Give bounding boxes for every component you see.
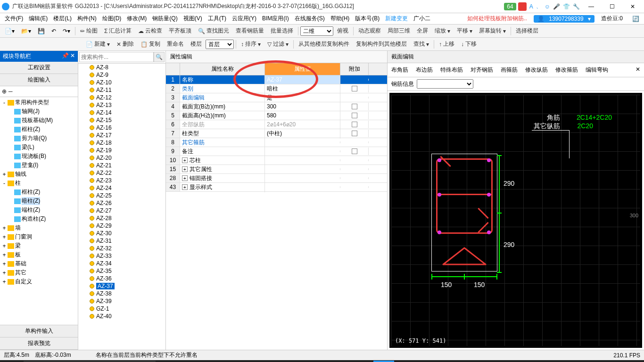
- nav-tool-icon[interactable]: ⊕: [2, 88, 7, 95]
- close-button[interactable]: ✕: [623, 0, 642, 13]
- component-item[interactable]: AZ-34: [78, 260, 165, 267]
- component-item[interactable]: AZ-13: [78, 101, 165, 109]
- tab-modify-long[interactable]: 修改纵筋: [523, 65, 550, 75]
- component-item[interactable]: AZ-12: [78, 94, 165, 101]
- level-button[interactable]: 平齐板顶: [166, 26, 194, 36]
- tree-item[interactable]: +轴线: [1, 170, 77, 179]
- component-item[interactable]: AZ-20: [78, 154, 165, 162]
- component-item[interactable]: AZ-11: [78, 86, 165, 94]
- section-canvas[interactable]: 300 角筋 2C14+2C20 其它纵筋 2C20: [389, 93, 642, 348]
- component-item[interactable]: AZ-14: [78, 109, 165, 116]
- component-item[interactable]: GZ-1: [78, 305, 165, 313]
- tree-item[interactable]: +板: [1, 250, 77, 259]
- component-item[interactable]: AZ-37: [78, 282, 165, 290]
- copy-from-button[interactable]: 从其他楼层复制构件: [296, 39, 352, 49]
- find-button[interactable]: 🔍 查找图元: [195, 26, 232, 36]
- tab-special[interactable]: 特殊布筋: [438, 65, 465, 75]
- component-item[interactable]: AZ-38: [78, 290, 165, 297]
- draw-button[interactable]: ✏ 绘图: [77, 26, 100, 36]
- copy-to-button[interactable]: 复制构件到其他楼层: [353, 39, 410, 49]
- moveup-button[interactable]: ↑ 上移: [436, 39, 457, 49]
- menu-version[interactable]: 版本号(B): [352, 15, 382, 23]
- titlebar-icon[interactable]: 👕: [563, 3, 570, 10]
- cloud-check-button[interactable]: ☁ 云检查: [135, 26, 165, 36]
- component-item[interactable]: AZ-30: [78, 230, 165, 237]
- tree-item[interactable]: 端柱(Z): [1, 206, 77, 214]
- filter-button[interactable]: ▽ 过滤 ▾: [264, 39, 291, 49]
- menu-online[interactable]: 在线服务(S): [292, 15, 328, 23]
- delete-button[interactable]: ✕ 删除: [114, 39, 137, 49]
- tree-item[interactable]: -常用构件类型: [1, 98, 77, 107]
- ime-icon[interactable]: [518, 2, 527, 11]
- property-row[interactable]: 10+芯柱: [166, 156, 387, 165]
- component-item[interactable]: AZ-31: [78, 237, 165, 245]
- component-item[interactable]: AZ-29: [78, 222, 165, 230]
- titlebar-icon[interactable]: 、: [536, 2, 542, 10]
- fullscreen-button[interactable]: 全屏: [414, 26, 431, 36]
- titlebar-icon[interactable]: 🎤: [553, 3, 560, 10]
- component-item[interactable]: AZ-35: [78, 267, 165, 275]
- tree-item[interactable]: +自定义: [1, 277, 77, 286]
- property-row[interactable]: 15+其它属性: [166, 165, 387, 174]
- tree-item[interactable]: 梁(L): [1, 143, 77, 152]
- component-item[interactable]: AZ-21: [78, 162, 165, 169]
- tab-stirrup[interactable]: 画箍筋: [499, 65, 520, 75]
- menu-file[interactable]: 文件(F): [2, 15, 26, 23]
- phone-badge[interactable]: 👤 13907298339 ▾: [534, 15, 594, 23]
- menu-tools[interactable]: 工具(T): [205, 15, 229, 23]
- new-button[interactable]: 📄 新建 ▾: [83, 39, 113, 49]
- search-button[interactable]: 🔍: [154, 52, 165, 62]
- rename-button[interactable]: 重命名: [164, 39, 187, 49]
- nav-single-input[interactable]: 单构件输入: [0, 325, 78, 337]
- menu-cloud[interactable]: 云应用(Y): [229, 15, 259, 23]
- tree-item[interactable]: -柱: [1, 179, 77, 188]
- new-file-icon[interactable]: 📄▾: [2, 27, 17, 35]
- open-icon[interactable]: 📂▾: [18, 27, 34, 35]
- component-item[interactable]: AZ-33: [78, 252, 165, 260]
- component-item[interactable]: AZ-28: [78, 214, 165, 222]
- component-item[interactable]: AZ-36: [78, 275, 165, 282]
- property-row[interactable]: 28+锚固搭接: [166, 174, 387, 183]
- menu-edit[interactable]: 编辑(E): [26, 15, 50, 23]
- pan-button[interactable]: 平移 ▾: [454, 26, 475, 36]
- tree-item[interactable]: 框柱(Z): [1, 125, 77, 134]
- property-row[interactable]: 3截面编辑是: [166, 93, 387, 102]
- save-icon[interactable]: 💾: [35, 27, 48, 35]
- tree-item[interactable]: 构造柱(Z): [1, 214, 77, 223]
- menu-newchange[interactable]: 新建变更: [382, 15, 411, 23]
- tree-item[interactable]: +门窗洞: [1, 232, 77, 241]
- component-item[interactable]: AZ-22: [78, 169, 165, 177]
- property-row[interactable]: 1名称AZ-37: [166, 75, 387, 84]
- sort-button[interactable]: ↕ 排序 ▾: [238, 39, 264, 49]
- property-row[interactable]: 4截面宽(B边)(mm)300: [166, 102, 387, 111]
- menu-floor[interactable]: 楼层(L): [50, 15, 74, 23]
- copy-button[interactable]: 📋 复制: [138, 39, 163, 49]
- component-item[interactable]: AZ-9: [78, 71, 165, 79]
- maximize-button[interactable]: ☐: [603, 0, 621, 13]
- tree-item[interactable]: 现浇板(B): [1, 152, 77, 161]
- menu-help[interactable]: 帮助(H): [328, 15, 353, 23]
- minimize-button[interactable]: —: [582, 0, 601, 13]
- sum-button[interactable]: Σ 汇总计算: [101, 26, 134, 36]
- component-item[interactable]: AZ-40: [78, 313, 165, 320]
- tree-item[interactable]: 暗柱(Z): [1, 197, 77, 206]
- titlebar-icon[interactable]: 🔧: [573, 3, 580, 10]
- component-item[interactable]: AZ-25: [78, 192, 165, 199]
- nav-report[interactable]: 报表预览: [0, 337, 78, 350]
- menu-rebar[interactable]: 钢筋量(Q): [149, 15, 180, 23]
- nav-section-draw[interactable]: 绘图输入: [0, 74, 78, 86]
- property-row[interactable]: 8其它箍筋: [166, 138, 387, 147]
- select-floor-button[interactable]: 选择楼层: [513, 26, 541, 36]
- nav-tool-icon[interactable]: ─: [8, 88, 13, 95]
- tab-align[interactable]: 对齐钢筋: [469, 65, 495, 75]
- zoom-button[interactable]: 缩放 ▾: [432, 26, 453, 36]
- component-item[interactable]: AZ-17: [78, 132, 165, 139]
- rebar-info-select[interactable]: [417, 79, 473, 89]
- tree-item[interactable]: 框柱(Z): [1, 188, 77, 197]
- local3d-button[interactable]: 局部三维: [385, 26, 413, 36]
- component-item[interactable]: AZ-23: [78, 177, 165, 184]
- tree-item[interactable]: +其它: [1, 268, 77, 277]
- help-link[interactable]: 如何处理筏板附加钢筋..: [464, 15, 530, 23]
- find-button[interactable]: 查找 ▾: [411, 39, 432, 49]
- batch-select-button[interactable]: 批量选择: [268, 26, 296, 36]
